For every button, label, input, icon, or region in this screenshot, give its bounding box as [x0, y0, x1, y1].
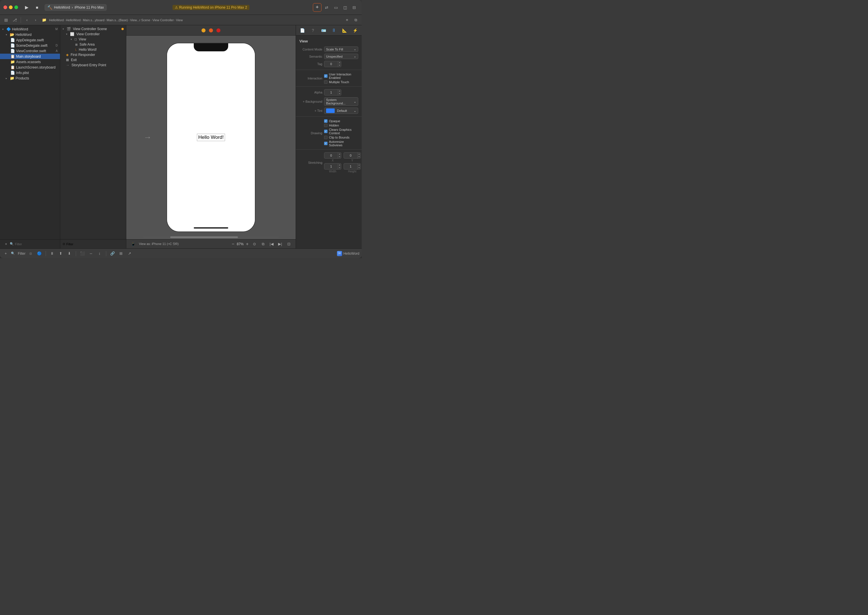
- clip-bounds-checkbox[interactable]: [324, 136, 327, 139]
- breadcrumb-viewerscene[interactable]: View...r Scene: [130, 18, 150, 22]
- stretch-x-stepper[interactable]: 0 ▴ ▾: [324, 152, 341, 159]
- tree-item-products[interactable]: ▸ 📁 Products: [0, 75, 60, 81]
- hidden-checkbox[interactable]: [324, 123, 327, 127]
- background-dropdown[interactable]: System Background... ⌄: [324, 97, 358, 106]
- stop-button[interactable]: ■: [33, 3, 41, 11]
- tree-item-launchscreen[interactable]: 📋 LaunchScreen.storyboard: [0, 64, 60, 70]
- scene-item-vcscene[interactable]: ▾ 🎬 View Controller Scene: [60, 27, 126, 31]
- stepper-down[interactable]: ▾: [358, 156, 361, 158]
- bb-icon-10[interactable]: ⊞: [118, 250, 125, 257]
- canvas-content[interactable]: → Hello Word!: [126, 36, 296, 239]
- scene-item-vc[interactable]: ▾ ⬜ View Controller: [60, 31, 126, 37]
- tree-item-helloword-root[interactable]: ▾ 🔷 HelloWord M: [0, 27, 60, 32]
- semantic-dropdown[interactable]: Unspecified ⌄: [324, 54, 358, 59]
- stepper-up[interactable]: ▴: [358, 164, 361, 166]
- close-button[interactable]: [3, 5, 7, 9]
- sidebar-toggle[interactable]: ▤: [2, 16, 10, 24]
- zoom-out-button[interactable]: −: [231, 242, 234, 247]
- tint-dropdown[interactable]: Default ⌄: [324, 108, 358, 114]
- bb-icon-11[interactable]: ↗: [126, 250, 133, 257]
- alpha-stepper[interactable]: 1 ▴ ▾: [324, 89, 341, 95]
- stretch-y-stepper[interactable]: 0 ▴ ▾: [344, 152, 361, 159]
- layout-icon-3[interactable]: ◫: [341, 3, 349, 11]
- split-btn[interactable]: ⧉: [352, 16, 360, 24]
- stepper-down[interactable]: ▾: [338, 92, 341, 95]
- scene-item-firstresponder[interactable]: ◈ First Responder: [60, 52, 126, 57]
- stepper-down[interactable]: ▾: [338, 166, 341, 169]
- run-button[interactable]: ▶: [23, 3, 31, 11]
- add-button[interactable]: +: [313, 3, 322, 12]
- clears-graphics-checkbox[interactable]: ✓: [324, 130, 327, 133]
- breadcrumb-mainbase[interactable]: Main.s...(Base): [107, 18, 128, 22]
- canvas-btn-2[interactable]: ⧉: [260, 241, 266, 248]
- nav-forward[interactable]: ›: [32, 16, 39, 24]
- stepper-up[interactable]: ▴: [338, 61, 341, 64]
- canvas-device-icon[interactable]: 📱: [130, 241, 137, 248]
- canvas-btn-1[interactable]: ⊙: [251, 241, 258, 248]
- tag-stepper[interactable]: 0 ▴ ▾: [324, 61, 341, 67]
- maximize-button[interactable]: [14, 5, 18, 9]
- insp-tab-attributes[interactable]: 🎚: [330, 27, 338, 34]
- scene-item-safearea[interactable]: ⊞ Safe Area: [60, 42, 126, 47]
- scene-item-entrypoint[interactable]: → Storyboard Entry Point: [60, 62, 126, 68]
- more-btn[interactable]: ≡: [343, 16, 351, 24]
- tree-item-assets[interactable]: 📁 Assets.xcassets: [0, 59, 60, 64]
- layout-icon-1[interactable]: ⇄: [323, 3, 331, 11]
- tree-item-infoplist[interactable]: 📄 Info.plist: [0, 70, 60, 75]
- user-interaction-checkbox[interactable]: ✓: [324, 74, 327, 78]
- zoom-in-button[interactable]: +: [246, 242, 249, 247]
- bb-icon-3[interactable]: ⏸: [49, 250, 56, 257]
- stepper-up[interactable]: ▴: [338, 153, 341, 156]
- bb-icon-8[interactable]: ↕: [96, 250, 103, 257]
- bb-icon-1[interactable]: ⎅: [27, 250, 34, 257]
- source-control-btn[interactable]: ⎇: [11, 16, 18, 24]
- bb-icon-5[interactable]: ⬇: [66, 250, 73, 257]
- tree-item-viewcontroller[interactable]: 📄 ViewController.swift A: [0, 48, 60, 54]
- bb-icon-7[interactable]: ↔: [88, 250, 94, 257]
- bb-icon-6[interactable]: ⬛: [79, 250, 86, 257]
- layout-icon-2[interactable]: ▭: [332, 3, 340, 11]
- stepper-up[interactable]: ▴: [358, 153, 361, 156]
- minimize-button[interactable]: [9, 5, 13, 9]
- stepper-down[interactable]: ▾: [338, 64, 341, 67]
- tree-item-scenedelegate[interactable]: 📄 SceneDelegate.swift D: [0, 43, 60, 48]
- multiple-touch-checkbox[interactable]: [324, 80, 327, 84]
- scheme-selector[interactable]: 🔨 HelloWord › iPhone 11 Pro Max: [44, 4, 107, 11]
- nav-back[interactable]: ‹: [23, 16, 31, 24]
- layout-icon-4[interactable]: ⊟: [350, 3, 358, 11]
- scene-item-exit[interactable]: ⊠ Exit: [60, 57, 126, 62]
- insp-tab-size[interactable]: 📐: [341, 27, 349, 34]
- tree-item-mainstoryboard[interactable]: 📋 Main.storyboard: [0, 54, 60, 59]
- bb-icon-2[interactable]: 🔵: [36, 250, 43, 257]
- insp-tab-quickhelp[interactable]: ?: [309, 27, 317, 34]
- breadcrumb-view[interactable]: View: [176, 18, 183, 22]
- tree-item-appdelegate[interactable]: 📄 AppDelegate.swift: [0, 37, 60, 43]
- stepper-up[interactable]: ▴: [338, 89, 341, 92]
- insp-tab-file[interactable]: 📄: [299, 27, 306, 34]
- bb-icon-9[interactable]: 🔗: [109, 250, 116, 257]
- stepper-down[interactable]: ▾: [358, 166, 361, 169]
- breadcrumb-helloword1[interactable]: HelloWord: [49, 18, 64, 22]
- autoresize-checkbox[interactable]: ✓: [324, 142, 327, 145]
- stepper-up[interactable]: ▴: [338, 164, 341, 166]
- bb-icon-4[interactable]: ⬆: [58, 250, 64, 257]
- add-bottom-button[interactable]: +: [2, 250, 9, 257]
- opaque-checkbox[interactable]: ✓: [324, 119, 327, 123]
- stepper-down[interactable]: ▾: [338, 156, 341, 158]
- scene-item-view[interactable]: ▾ □ View: [60, 37, 126, 42]
- breadcrumb-helloword2[interactable]: HelloWord: [66, 18, 81, 22]
- canvas-btn-4[interactable]: ▶|: [277, 241, 284, 248]
- tree-item-helloword-group[interactable]: ▾ 📂 HelloWord: [0, 32, 60, 37]
- breadcrumb-mainstoryboard[interactable]: Main.s...yboard: [83, 18, 105, 22]
- canvas-btn-3[interactable]: |◀: [268, 241, 275, 248]
- canvas-scrollbar[interactable]: [143, 236, 279, 238]
- insp-tab-connections[interactable]: ⚡: [352, 27, 359, 34]
- folder-icon[interactable]: 📁: [41, 16, 48, 24]
- scene-item-helloword[interactable]: L Hello Word!: [60, 47, 126, 52]
- canvas-btn-5[interactable]: ⊡: [285, 241, 292, 248]
- breadcrumb-viewcontroller[interactable]: View Controller: [152, 18, 174, 22]
- stretch-w-stepper[interactable]: 1 ▴ ▾: [324, 163, 341, 170]
- content-mode-dropdown[interactable]: Scale To Fill ⌄: [324, 47, 358, 52]
- stretch-h-stepper[interactable]: 1 ▴ ▾: [344, 163, 361, 170]
- insp-tab-identity[interactable]: 🪪: [320, 27, 327, 34]
